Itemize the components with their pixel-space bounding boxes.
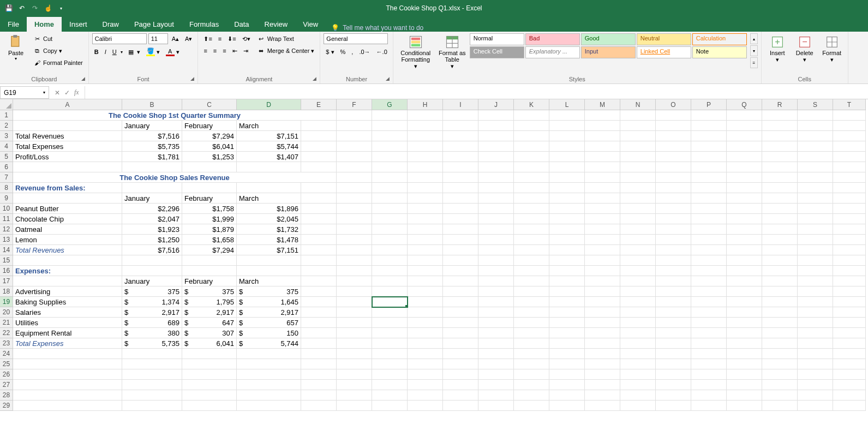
cell[interactable] xyxy=(514,359,549,369)
cell[interactable] xyxy=(727,318,762,328)
cell[interactable] xyxy=(833,141,866,152)
cell[interactable] xyxy=(372,401,408,411)
cell[interactable] xyxy=(408,380,443,390)
cell[interactable] xyxy=(13,401,122,411)
cell[interactable] xyxy=(727,204,762,214)
cell[interactable] xyxy=(798,204,833,214)
cell[interactable] xyxy=(13,255,122,266)
cell[interactable] xyxy=(833,338,866,349)
align-right-button[interactable]: ≡ xyxy=(220,45,228,56)
cell[interactable] xyxy=(514,152,549,162)
touch-mode-icon[interactable]: ☝ xyxy=(44,4,52,13)
cell[interactable]: Utilities xyxy=(13,318,122,328)
cell[interactable] xyxy=(337,380,372,390)
bold-button[interactable]: B xyxy=(92,46,101,57)
cell[interactable] xyxy=(833,214,866,224)
decrease-decimal-button[interactable]: ←.0 xyxy=(374,46,390,57)
cell[interactable] xyxy=(514,390,549,401)
cell[interactable] xyxy=(762,172,798,183)
cell[interactable] xyxy=(478,401,514,411)
cell[interactable] xyxy=(122,255,182,266)
cell[interactable] xyxy=(408,235,443,245)
cell[interactable] xyxy=(549,390,585,401)
cell[interactable] xyxy=(408,338,443,349)
column-header-B[interactable]: B xyxy=(122,99,182,110)
cell[interactable] xyxy=(478,349,514,359)
cell[interactable]: January xyxy=(122,276,182,286)
cell[interactable] xyxy=(691,390,727,401)
cell[interactable] xyxy=(656,204,691,214)
cell[interactable] xyxy=(762,183,798,193)
cell[interactable] xyxy=(443,214,478,224)
paste-button[interactable]: Paste▾ xyxy=(3,33,28,62)
cell[interactable]: Oatmeal xyxy=(13,224,122,235)
cell[interactable] xyxy=(337,162,372,172)
cell[interactable] xyxy=(514,131,549,141)
increase-indent-button[interactable]: ⇥ xyxy=(241,45,250,56)
cell[interactable] xyxy=(762,141,798,152)
cut-button[interactable]: ✂Cut xyxy=(31,33,85,44)
copy-button[interactable]: ⧉Copy ▾ xyxy=(31,45,85,56)
cell[interactable] xyxy=(656,193,691,204)
cell[interactable] xyxy=(237,359,301,369)
cell[interactable] xyxy=(585,141,620,152)
merge-center-button[interactable]: ⬌Merge & Center ▾ xyxy=(255,45,317,56)
cell[interactable] xyxy=(478,183,514,193)
row-header-17[interactable]: 17 xyxy=(0,276,13,286)
cell[interactable] xyxy=(620,152,656,162)
tab-review[interactable]: Review xyxy=(257,17,296,32)
cell[interactable] xyxy=(514,224,549,235)
cell[interactable] xyxy=(372,214,408,224)
cell[interactable]: The Cookie Shop Sales Revenue xyxy=(13,172,337,183)
cell[interactable] xyxy=(337,152,372,162)
cell[interactable] xyxy=(372,193,408,204)
cell[interactable] xyxy=(727,359,762,369)
cell[interactable] xyxy=(301,266,337,276)
cell[interactable] xyxy=(798,121,833,131)
cell[interactable] xyxy=(443,286,478,297)
font-size-select[interactable] xyxy=(148,33,168,44)
cell[interactable] xyxy=(514,255,549,266)
cell[interactable] xyxy=(762,204,798,214)
cell[interactable] xyxy=(620,224,656,235)
cell[interactable] xyxy=(337,318,372,328)
cell[interactable] xyxy=(585,338,620,349)
cell[interactable] xyxy=(620,390,656,401)
cell[interactable] xyxy=(372,110,408,121)
tab-data[interactable]: Data xyxy=(226,17,256,32)
cell[interactable] xyxy=(301,141,337,152)
cell[interactable] xyxy=(443,318,478,328)
cell[interactable] xyxy=(443,183,478,193)
cell[interactable] xyxy=(620,318,656,328)
row-header-1[interactable]: 1 xyxy=(0,110,13,121)
cell[interactable] xyxy=(585,245,620,255)
cell[interactable] xyxy=(182,390,237,401)
cell[interactable] xyxy=(372,349,408,359)
cell[interactable] xyxy=(656,162,691,172)
cell[interactable] xyxy=(585,121,620,131)
cell[interactable] xyxy=(798,286,833,297)
cell[interactable] xyxy=(656,318,691,328)
cell[interactable] xyxy=(691,338,727,349)
cell[interactable] xyxy=(182,380,237,390)
cell[interactable] xyxy=(408,141,443,152)
cell[interactable] xyxy=(549,110,585,121)
cell-style-normal[interactable]: Normal xyxy=(470,33,524,45)
cell[interactable] xyxy=(833,359,866,369)
cell[interactable] xyxy=(182,162,237,172)
tab-page-layout[interactable]: Page Layout xyxy=(127,17,182,32)
cell[interactable] xyxy=(727,121,762,131)
cell[interactable] xyxy=(691,121,727,131)
cell[interactable] xyxy=(727,255,762,266)
dialog-launcher-icon[interactable]: ◢ xyxy=(81,76,85,81)
cell[interactable] xyxy=(727,245,762,255)
cell[interactable] xyxy=(408,286,443,297)
cell[interactable] xyxy=(833,307,866,318)
cell[interactable] xyxy=(408,359,443,369)
cell[interactable] xyxy=(727,349,762,359)
cell[interactable] xyxy=(408,318,443,328)
cell[interactable] xyxy=(443,255,478,266)
cancel-formula-icon[interactable]: ✕ xyxy=(55,89,60,97)
row-header-25[interactable]: 25 xyxy=(0,359,13,369)
cell[interactable] xyxy=(337,193,372,204)
